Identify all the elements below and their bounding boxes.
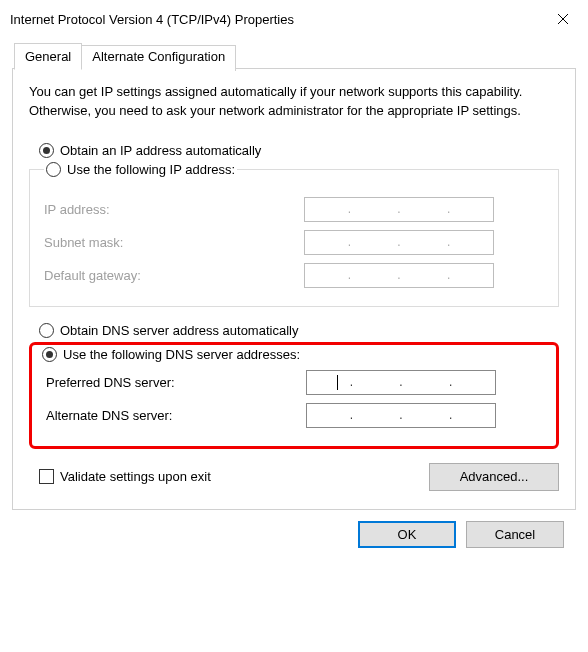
radio-ip-auto-label: Obtain an IP address automatically [60,143,261,158]
radio-dns-auto[interactable] [39,323,54,338]
input-preferred-dns[interactable]: ... [306,370,496,395]
label-subnet: Subnet mask: [44,235,304,250]
cancel-button[interactable]: Cancel [466,521,564,548]
label-alternate-dns: Alternate DNS server: [46,408,306,423]
input-alternate-dns[interactable]: ... [306,403,496,428]
advanced-button[interactable]: Advanced... [429,463,559,491]
radio-dns-manual-label: Use the following DNS server addresses: [63,347,300,362]
radio-dns-auto-label: Obtain DNS server address automatically [60,323,298,338]
label-preferred-dns: Preferred DNS server: [46,375,306,390]
window-title: Internet Protocol Version 4 (TCP/IPv4) P… [10,12,538,27]
input-gateway: ... [304,263,494,288]
close-button[interactable] [538,0,588,38]
label-gateway: Default gateway: [44,268,304,283]
input-subnet: ... [304,230,494,255]
panel-general: You can get IP settings assigned automat… [12,68,576,510]
radio-dns-auto-line[interactable]: Obtain DNS server address automatically [29,323,559,338]
title-bar: Internet Protocol Version 4 (TCP/IPv4) P… [0,0,588,38]
radio-ip-auto-line[interactable]: Obtain an IP address automatically [29,143,559,158]
ok-button[interactable]: OK [358,521,456,548]
label-ip-address: IP address: [44,202,304,217]
tab-general[interactable]: General [14,43,82,70]
group-ip-manual: Use the following IP address: IP address… [29,162,559,307]
radio-ip-auto[interactable] [39,143,54,158]
highlight-box: Use the following DNS server addresses: … [29,342,559,449]
tab-alternate-label: Alternate Configuration [92,49,225,64]
close-icon [557,13,569,25]
intro-text: You can get IP settings assigned automat… [29,83,559,121]
radio-ip-manual-line[interactable]: Use the following IP address: [46,162,235,177]
tab-strip: General Alternate Configuration [14,43,576,69]
label-validate: Validate settings upon exit [60,469,211,484]
radio-ip-manual-label: Use the following IP address: [67,162,235,177]
group-dns-manual: Use the following DNS server addresses: … [38,347,550,436]
radio-ip-manual[interactable] [46,162,61,177]
tab-alternate[interactable]: Alternate Configuration [82,45,236,71]
checkbox-validate[interactable] [39,469,54,484]
radio-dns-manual[interactable] [42,347,57,362]
input-ip-address: ... [304,197,494,222]
tab-general-label: General [25,49,71,64]
radio-dns-manual-line[interactable]: Use the following DNS server addresses: [38,347,550,362]
text-caret [337,375,338,390]
